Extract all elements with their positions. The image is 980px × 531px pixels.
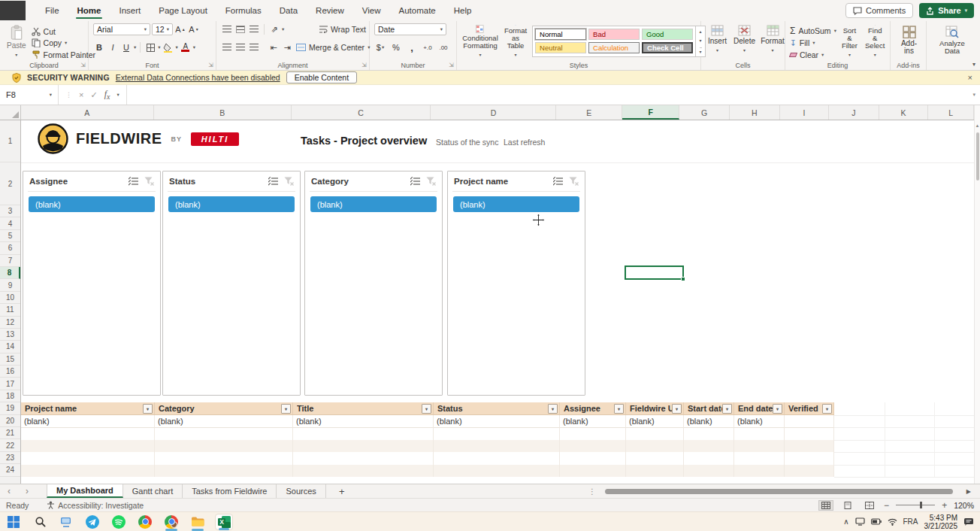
clear-button[interactable]: Clear▾ xyxy=(790,49,836,60)
format-as-table-button[interactable]: Format asTable▾ xyxy=(502,23,529,60)
page-layout-view-button[interactable] xyxy=(840,500,855,511)
row-header-22[interactable]: 22 xyxy=(0,439,20,451)
cell-style-normal[interactable]: Normal xyxy=(535,29,586,40)
zoom-slider[interactable] xyxy=(896,505,935,505)
expand-formula-bar-icon[interactable]: ▾ xyxy=(968,92,980,98)
filter-dropdown-icon[interactable]: ▾ xyxy=(614,404,624,414)
copy-button[interactable]: Copy ▾ xyxy=(32,38,95,48)
percent-button[interactable]: % xyxy=(390,41,402,53)
format-painter-button[interactable]: Format Painter xyxy=(32,50,95,60)
insert-cells-button[interactable]: Insert▾ xyxy=(706,23,729,60)
increase-font-button[interactable]: A▲ xyxy=(174,23,186,35)
wrap-text-button[interactable]: Wrap Text xyxy=(319,23,366,35)
autosum-button[interactable]: ΣAutoSum▾ xyxy=(790,25,836,36)
column-header-g[interactable]: G xyxy=(679,105,730,120)
column-header-b[interactable]: B xyxy=(154,105,292,120)
column-header-a[interactable]: A xyxy=(21,105,154,120)
slicer-item-blank[interactable]: (blank) xyxy=(453,196,579,212)
row-header-2[interactable]: 2 xyxy=(0,162,20,205)
cut-button[interactable]: Cut xyxy=(32,26,95,37)
menu-tab-automate[interactable]: Automate xyxy=(390,0,445,21)
slicer-item-blank[interactable]: (blank) xyxy=(310,196,437,212)
row-header-17[interactable]: 17 xyxy=(0,378,20,390)
clear-filter-icon[interactable] xyxy=(144,177,154,186)
menu-tab-page-layout[interactable]: Page Layout xyxy=(150,0,216,21)
taskbar-file-explorer-app[interactable] xyxy=(189,514,207,530)
column-header-l[interactable]: L xyxy=(928,105,974,120)
cell-style-neutral[interactable]: Neutral xyxy=(535,42,586,53)
collapse-ribbon-icon[interactable]: ▾ xyxy=(972,61,975,68)
row-header-14[interactable]: 14 xyxy=(0,341,20,353)
paste-button[interactable]: Paste ▾ xyxy=(5,23,29,60)
tabbar-resize-handle[interactable]: ⋮ xyxy=(588,484,596,498)
sort-filter-button[interactable]: AZ Sort &Filter▾ xyxy=(839,23,860,60)
new-sheet-button[interactable]: + xyxy=(331,484,353,498)
format-cells-button[interactable]: Format▾ xyxy=(760,23,785,60)
clipboard-dialog-launcher[interactable]: ⇲ xyxy=(80,62,86,68)
formula-input[interactable] xyxy=(127,85,969,105)
row-header-19[interactable]: 19 xyxy=(0,402,20,414)
sheet-canvas[interactable]: FIELDWIRE BY HILTI Tasks - Project overv… xyxy=(21,120,974,484)
menu-tab-home[interactable]: Home xyxy=(68,0,110,21)
filter-dropdown-icon[interactable]: ▾ xyxy=(722,404,732,414)
filter-dropdown-icon[interactable]: ▾ xyxy=(822,404,832,414)
row-header-20[interactable]: 20 xyxy=(0,415,20,427)
tray-display-icon[interactable] xyxy=(855,517,865,526)
row-header-21[interactable]: 21 xyxy=(0,427,20,439)
filter-dropdown-icon[interactable]: ▾ xyxy=(143,404,153,414)
filter-dropdown-icon[interactable]: ▾ xyxy=(773,404,782,414)
conditional-formatting-button[interactable]: ConditionalFormatting▾ xyxy=(461,23,499,60)
column-header-j[interactable]: J xyxy=(829,105,879,120)
font-color-button[interactable]: A xyxy=(180,41,192,53)
font-family-select[interactable]: Arial▾ xyxy=(93,23,150,35)
scroll-up-icon[interactable]: ▲ xyxy=(975,123,980,128)
alignment-dialog-launcher[interactable]: ⇲ xyxy=(361,62,367,68)
menu-tab-file[interactable]: File xyxy=(36,0,68,21)
merge-center-button[interactable]: Merge & Center ▾ xyxy=(296,41,370,53)
tray-wifi-icon[interactable] xyxy=(888,518,897,526)
taskbar-clock[interactable]: 5:43 PM 3/21/2025 xyxy=(924,514,958,530)
zoom-out-icon[interactable]: − xyxy=(884,500,889,511)
row-header-3[interactable]: 3 xyxy=(0,205,20,217)
taskbar-search-button[interactable] xyxy=(31,514,49,530)
vertical-scroll-thumb[interactable] xyxy=(976,132,979,181)
addins-button[interactable]: Add-ins xyxy=(895,24,923,60)
number-dialog-launcher[interactable]: ⇲ xyxy=(449,62,454,68)
column-header-d[interactable]: D xyxy=(431,105,556,120)
italic-button[interactable]: I xyxy=(107,41,119,53)
taskbar-cast-app[interactable] xyxy=(57,514,75,530)
menu-tab-view[interactable]: View xyxy=(353,0,390,21)
sheet-tab-my-dashboard[interactable]: My Dashboard xyxy=(47,484,123,498)
taskbar-excel-app[interactable]: X xyxy=(215,514,233,530)
fill-color-button[interactable] xyxy=(162,41,174,53)
row-header-1[interactable]: 1 xyxy=(0,120,20,162)
row-header-10[interactable]: 10 xyxy=(0,292,20,304)
zoom-slider-thumb[interactable] xyxy=(920,502,922,508)
align-center-button[interactable] xyxy=(234,41,247,53)
row-header-4[interactable]: 4 xyxy=(0,217,20,229)
decrease-indent-button[interactable]: ⇤ xyxy=(268,41,280,53)
multi-select-icon[interactable] xyxy=(553,177,563,186)
horizontal-scroll-thumb[interactable] xyxy=(605,489,953,494)
underline-button[interactable]: U xyxy=(120,41,132,53)
number-format-select[interactable]: Date▾ xyxy=(374,23,446,35)
notification-icon[interactable] xyxy=(963,517,974,526)
taskbar-telegram-app[interactable] xyxy=(83,514,101,530)
filter-dropdown-icon[interactable]: ▾ xyxy=(281,404,291,414)
language-indicator[interactable]: FRA xyxy=(903,517,918,526)
cell-style-check-cell[interactable]: Check Cell xyxy=(642,42,693,53)
currency-dropdown-icon[interactable]: ▾ xyxy=(382,44,384,50)
sheet-tab-sources[interactable]: Sources xyxy=(277,484,325,498)
zoom-in-icon[interactable]: + xyxy=(942,500,947,511)
formula-bar-drag-handle[interactable]: ⋮ xyxy=(65,91,72,99)
taskbar-spotify-app[interactable] xyxy=(110,514,128,530)
taskbar-chrome-app[interactable] xyxy=(136,514,154,530)
row-header-6[interactable]: 6 xyxy=(0,242,20,254)
insert-function-icon[interactable]: fx xyxy=(104,89,110,101)
clear-filter-icon[interactable] xyxy=(569,177,579,186)
row-header-9[interactable]: 9 xyxy=(0,279,20,291)
column-header-h[interactable]: H xyxy=(730,105,780,120)
currency-button[interactable]: $▾ xyxy=(374,41,386,53)
menu-tab-data[interactable]: Data xyxy=(271,0,307,21)
column-header-k[interactable]: K xyxy=(879,105,929,120)
